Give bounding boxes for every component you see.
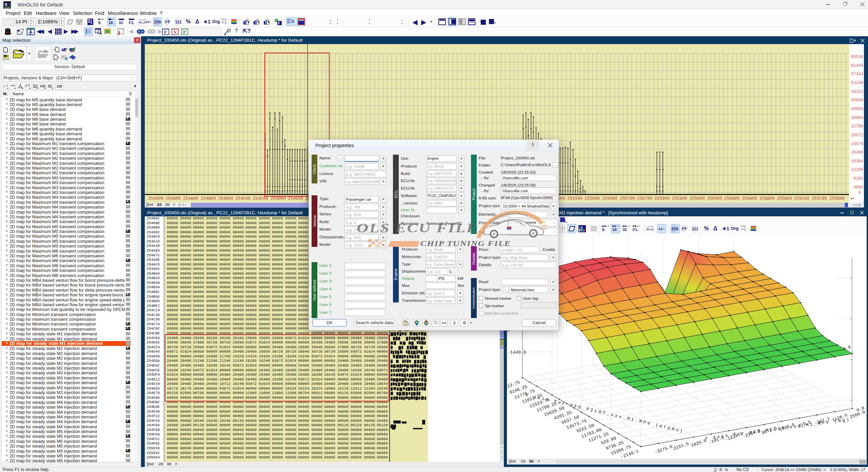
svg-text:-1449.6: -1449.6 bbox=[508, 350, 526, 355]
svg-text:VAL: VAL bbox=[579, 226, 584, 228]
svg-text:-3275.6: -3275.6 bbox=[654, 444, 673, 455]
svg-text:1025.0: 1025.0 bbox=[690, 438, 707, 448]
svg-text:2151.5: 2151.5 bbox=[673, 441, 689, 451]
svg-text:Y axis for DFD_PILOT_xxx_M1_MP: Y axis for DFD_PILOT_xxx_M1_MPV (mg) bbox=[705, 417, 851, 441]
